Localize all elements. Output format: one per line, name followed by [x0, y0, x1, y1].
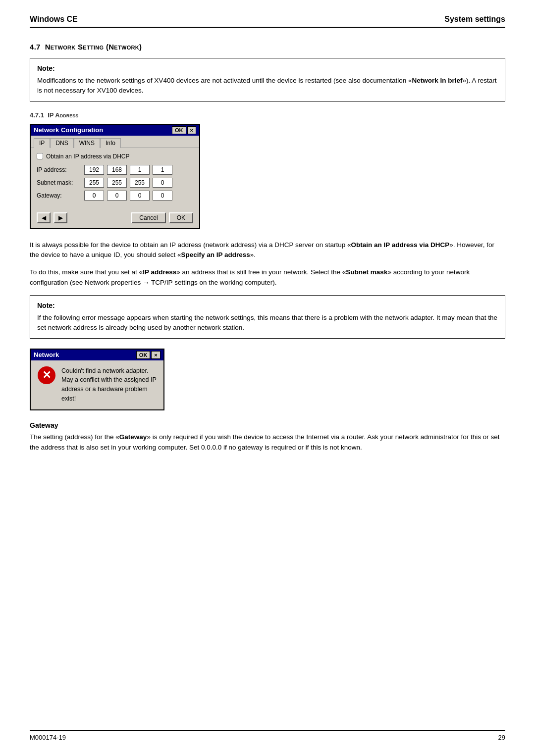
ok-footer-button[interactable]: OK [169, 212, 193, 223]
dhcp-checkbox-row: Obtain an IP address via DHCP [37, 153, 193, 160]
header-right: System settings [444, 15, 505, 24]
error-line-1: Couldn't find a network adapter. [61, 366, 157, 376]
dhcp-label: Obtain an IP address via DHCP [46, 153, 130, 160]
error-ok-button[interactable]: OK [136, 351, 151, 359]
header-left: Windows CE [30, 15, 78, 24]
error-text-block: Couldn't find a network adapter. May a c… [61, 366, 157, 403]
subnet-seg-1[interactable]: 255 [84, 178, 104, 188]
ip-seg-2[interactable]: 168 [107, 165, 127, 175]
subnet-seg-3[interactable]: 255 [130, 178, 150, 188]
page-header: Windows CE System settings [30, 15, 505, 28]
dhcp-checkbox[interactable] [37, 153, 43, 159]
note-title-2: Note: [37, 301, 498, 311]
subnet-seg-4[interactable]: 0 [153, 178, 172, 188]
sub-section-heading: 4.7.1 IP Address [30, 111, 505, 119]
error-close-button[interactable]: × [151, 351, 160, 359]
dialog-ok-button[interactable]: OK [172, 126, 186, 134]
subnet-mask-row: Subnet mask: 255 255 255 0 [37, 178, 193, 188]
tab-wins[interactable]: WINS [74, 138, 100, 148]
note2-text: If the following error message appears w… [37, 314, 497, 331]
body-para-2: To do this, make sure that you set at «I… [30, 267, 505, 288]
error-dialog-titlebar: Network OK × [31, 350, 163, 360]
gateway-seg-3[interactable]: 0 [130, 191, 150, 201]
gateway-heading: Gateway [30, 421, 505, 429]
tab-info[interactable]: Info [100, 138, 121, 148]
gateway-seg-2[interactable]: 0 [107, 191, 127, 201]
ip-seg-4[interactable]: 1 [153, 165, 172, 175]
subnet-label: Subnet mask: [37, 179, 81, 186]
gateway-label: Gateway: [37, 192, 81, 199]
body-para-1: It is always possible for the device to … [30, 240, 505, 261]
page-footer: M000174-19 29 [30, 730, 505, 741]
note-box-1: Note: Modifications to the network setti… [30, 58, 505, 101]
note-box-2: Note: If the following error message app… [30, 295, 505, 339]
subnet-seg-2[interactable]: 255 [107, 178, 127, 188]
error-content: ✕ Couldn't find a network adapter. May a… [31, 360, 163, 409]
note1-text: Modifications to the network settings of… [37, 77, 496, 94]
dialog-title: Network Configuration [34, 126, 103, 134]
dialog-footer: ◀ ▶ Cancel OK [31, 208, 199, 228]
error-icon: ✕ [38, 366, 55, 384]
network-error-dialog: Network OK × ✕ Couldn't find a network a… [30, 349, 164, 410]
gateway-seg-4[interactable]: 0 [153, 191, 172, 201]
subsection-title: IP Address [48, 111, 78, 119]
dialog-close-button[interactable]: × [187, 126, 196, 134]
network-config-dialog: Network Configuration OK × IP DNS WINS I… [30, 124, 200, 229]
cancel-button[interactable]: Cancel [131, 212, 165, 223]
error-dialog-title: Network [34, 351, 59, 358]
footer-right: 29 [498, 734, 505, 741]
dialog-tabs: IP DNS WINS Info [31, 136, 199, 148]
ip-fields: IP address: 192 168 1 1 Subnet mask: 255… [37, 165, 193, 201]
dialog-titlebar-buttons: OK × [172, 126, 196, 134]
gateway-body: The setting (address) for the «Gateway» … [30, 432, 505, 453]
ip-seg-3[interactable]: 1 [130, 165, 150, 175]
gateway-row: Gateway: 0 0 0 0 [37, 191, 193, 201]
section-heading: 4.7 Network Setting (Network) [30, 43, 505, 51]
dialog-titlebar: Network Configuration OK × [31, 125, 199, 136]
error-line-4: exist! [61, 394, 157, 403]
tab-dns[interactable]: DNS [50, 138, 73, 148]
ip-address-label: IP address: [37, 166, 81, 173]
section-title: Network Setting (Network) [45, 43, 142, 51]
error-titlebar-buttons: OK × [136, 351, 160, 359]
ip-seg-1[interactable]: 192 [84, 165, 104, 175]
tab-ip[interactable]: IP [34, 138, 50, 148]
gateway-seg-1[interactable]: 0 [84, 191, 104, 201]
ip-address-row: IP address: 192 168 1 1 [37, 165, 193, 175]
note-title-1: Note: [37, 63, 498, 74]
footer-left: M000174-19 [30, 734, 66, 741]
nav-forward-button[interactable]: ▶ [54, 212, 67, 223]
error-line-3: address or a hardware problem [61, 385, 157, 394]
nav-back-button[interactable]: ◀ [37, 212, 51, 223]
dialog-content: Obtain an IP address via DHCP IP address… [31, 148, 199, 208]
error-line-2: May a conflict with the assigned IP [61, 375, 157, 385]
